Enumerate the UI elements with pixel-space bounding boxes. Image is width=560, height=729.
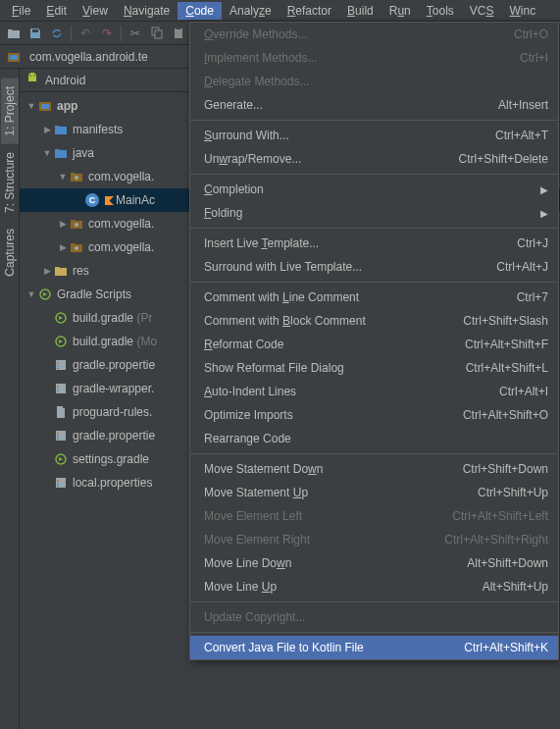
sync-icon[interactable]: [47, 24, 67, 43]
menu-item-label: Move Statement Down: [204, 462, 443, 476]
menu-code[interactable]: Code: [178, 2, 222, 20]
menu-item-label: Completion: [204, 182, 521, 196]
svg-rect-27: [57, 436, 59, 438]
menu-analyze[interactable]: Analyze: [222, 2, 280, 20]
expand-icon[interactable]: ▶: [41, 125, 53, 134]
expand-icon[interactable]: ▶: [41, 266, 53, 276]
redo-icon[interactable]: ↷: [97, 24, 117, 43]
menu-item-generate[interactable]: Generate...Alt+Insert: [190, 93, 558, 117]
menu-item-insert-live-template[interactable]: Insert Live Template...Ctrl+J: [190, 232, 558, 255]
menu-refactor[interactable]: Refactor: [280, 2, 339, 20]
panel-title[interactable]: Android: [45, 74, 85, 87]
svg-rect-19: [57, 365, 59, 367]
properties-icon: [53, 428, 69, 443]
kotlin-marker-icon: [104, 192, 114, 208]
tab-project[interactable]: 1: Project: [1, 78, 19, 144]
class-icon: C: [84, 192, 100, 208]
tree-label: manifests: [73, 123, 123, 136]
paste-icon[interactable]: [169, 24, 188, 43]
menu-item-label: Comment with Line Comment: [204, 290, 497, 304]
tree-label: java: [73, 146, 94, 160]
menu-build[interactable]: Build: [339, 2, 382, 20]
svg-rect-31: [57, 480, 59, 482]
menu-item-rearrange-code[interactable]: Rearrange Code: [190, 427, 558, 450]
menu-item-convert-java-file-to-kotlin-file[interactable]: Convert Java File to Kotlin FileCtrl+Alt…: [190, 636, 558, 659]
menu-item-optimize-imports[interactable]: Optimize ImportsCtrl+Alt+Shift+O: [190, 403, 558, 427]
copy-icon[interactable]: [147, 24, 167, 43]
cut-icon[interactable]: ✂: [126, 24, 145, 43]
menu-item-label: Comment with Block Comment: [204, 314, 443, 328]
menu-item-move-statement-down[interactable]: Move Statement DownCtrl+Shift+Down: [190, 457, 558, 481]
svg-rect-22: [57, 386, 59, 388]
tree-label: gradle.propertie: [73, 429, 155, 443]
menu-item-label: Override Methods...: [204, 27, 494, 41]
undo-icon[interactable]: ↶: [76, 24, 95, 43]
menu-item-label: Delegate Methods...: [204, 75, 548, 88]
menu-navigate[interactable]: Navigate: [116, 2, 178, 20]
menu-item-surround-with-live-template[interactable]: Surround with Live Template...Ctrl+Alt+J: [190, 255, 558, 279]
menu-shortcut: Ctrl+Alt+Shift+K: [464, 641, 548, 654]
menu-item-label: Folding: [204, 206, 521, 220]
save-icon[interactable]: [25, 24, 45, 43]
module-icon: [37, 98, 53, 114]
menu-tools[interactable]: Tools: [419, 2, 462, 20]
menu-item-move-line-down[interactable]: Move Line DownAlt+Shift+Down: [190, 551, 558, 575]
tree-label: Gradle Scripts: [57, 287, 131, 301]
res-folder-icon: [53, 263, 69, 279]
tab-structure[interactable]: 7: Structure: [1, 144, 19, 221]
menu-item-show-reformat-file-dialog[interactable]: Show Reformat File DialogCtrl+Alt+Shift+…: [190, 356, 558, 380]
gradle-icon: [37, 286, 53, 302]
menu-item-comment-with-block-comment[interactable]: Comment with Block CommentCtrl+Shift+Sla…: [190, 309, 558, 333]
collapse-icon[interactable]: ▼: [25, 289, 37, 299]
menu-item-comment-with-line-comment[interactable]: Comment with Line CommentCtrl+7: [190, 286, 558, 309]
menu-item-completion[interactable]: Completion▶: [190, 178, 558, 201]
tab-captures[interactable]: Captures: [1, 221, 19, 285]
menu-item-folding[interactable]: Folding▶: [190, 201, 558, 225]
menu-vcs[interactable]: VCS: [462, 2, 502, 20]
menu-shortcut: Ctrl+Alt+J: [496, 260, 548, 274]
gradle-file-icon: [53, 451, 69, 467]
menu-item-surround-with[interactable]: Surround With...Ctrl+Alt+T: [190, 124, 558, 147]
expand-icon[interactable]: ▶: [57, 242, 69, 252]
menu-separator: [190, 632, 558, 633]
menu-item-move-line-up[interactable]: Move Line UpAlt+Shift+Up: [190, 575, 558, 599]
menu-shortcut: Alt+Insert: [498, 98, 548, 112]
menu-shortcut: Ctrl+7: [517, 290, 548, 304]
svg-point-8: [33, 75, 34, 76]
menu-item-unwrap-remove[interactable]: Unwrap/Remove...Ctrl+Shift+Delete: [190, 147, 558, 171]
menu-shortcut: Ctrl+O: [514, 27, 548, 41]
tree-label: app: [57, 99, 77, 113]
collapse-icon[interactable]: ▼: [25, 101, 37, 111]
properties-icon: [53, 381, 69, 396]
open-icon[interactable]: [4, 24, 24, 43]
menu-item-label: Auto-Indent Lines: [204, 385, 480, 398]
menu-item-override-methods: Override Methods...Ctrl+O: [190, 23, 558, 46]
menu-item-label: Move Element Right: [204, 533, 425, 547]
menu-item-auto-indent-lines[interactable]: Auto-Indent LinesCtrl+Alt+I: [190, 380, 558, 403]
breadcrumb-text[interactable]: com.vogella.android.te: [29, 50, 148, 64]
menu-run[interactable]: Run: [382, 2, 419, 20]
expand-icon[interactable]: ▶: [57, 219, 69, 229]
svg-rect-10: [41, 104, 49, 109]
menu-separator: [190, 601, 558, 602]
menu-edit[interactable]: Edit: [38, 2, 75, 20]
menubar: File Edit View Navigate Code Analyze Ref…: [0, 0, 560, 22]
menu-view[interactable]: View: [75, 2, 116, 20]
svg-rect-28: [57, 439, 59, 440]
menu-item-label: Insert Live Template...: [204, 236, 497, 250]
module-icon: [6, 49, 22, 65]
menu-window[interactable]: Winc: [501, 2, 543, 20]
menu-item-label: Move Element Left: [204, 509, 433, 523]
menu-item-reformat-code[interactable]: Reformat CodeCtrl+Alt+Shift+F: [190, 333, 558, 356]
menu-file[interactable]: File: [4, 2, 38, 20]
collapse-icon[interactable]: ▼: [57, 172, 69, 182]
menu-item-label: Optimize Imports: [204, 408, 443, 422]
collapse-icon[interactable]: ▼: [41, 148, 53, 158]
menu-item-move-statement-up[interactable]: Move Statement UpCtrl+Shift+Up: [190, 481, 558, 504]
svg-rect-6: [10, 55, 18, 60]
svg-point-13: [75, 246, 78, 250]
tree-label: MainAc: [116, 193, 155, 207]
svg-rect-3: [175, 28, 182, 38]
menu-separator: [190, 282, 558, 283]
menu-separator: [190, 174, 558, 175]
